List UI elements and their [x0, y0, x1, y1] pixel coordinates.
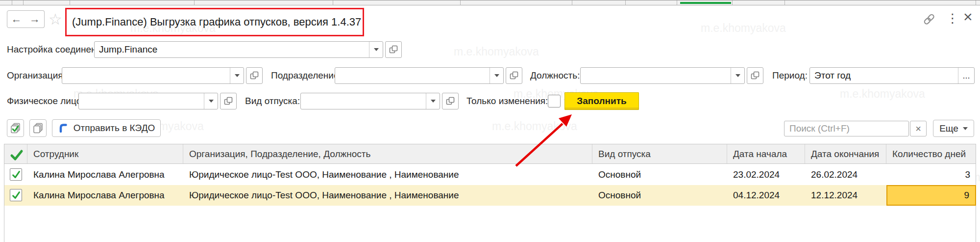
- back-button[interactable]: ←: [7, 10, 26, 28]
- top-tab-cell[interactable]: [195, 0, 333, 5]
- top-tab-cell[interactable]: [333, 0, 461, 5]
- top-tab-cell[interactable]: [24, 0, 70, 5]
- column-days[interactable]: Количество дней: [886, 144, 976, 163]
- connection-field: [94, 41, 383, 58]
- vacations-table: Сотрудник Организация, Подразделение, До…: [4, 144, 976, 242]
- vacation-type-dropdown-button[interactable]: [426, 93, 440, 109]
- organization-dropdown-button[interactable]: [230, 68, 244, 83]
- app-window: m.e.khomyakova m.e.khomyakova m.e.khomya…: [0, 0, 980, 242]
- cell-org[interactable]: Юридическое лицо-Test ООО, Наименование …: [183, 185, 592, 206]
- person-field: [78, 93, 218, 109]
- column-date-end[interactable]: Дата окончания: [805, 144, 886, 163]
- period-input[interactable]: [810, 68, 958, 83]
- person-label: Физическое лицо:: [7, 93, 84, 109]
- row-checkbox[interactable]: [10, 189, 22, 201]
- send-kedo-button[interactable]: Отправить в КЭДО: [52, 119, 161, 137]
- organization-choose-button[interactable]: [246, 67, 263, 84]
- cell-date-start[interactable]: 23.02.2024: [727, 164, 805, 185]
- more-button[interactable]: Еще: [933, 120, 974, 137]
- cell-date-end[interactable]: 12.12.2024: [805, 185, 886, 206]
- more-button-label: Еще: [939, 123, 958, 134]
- person-choose-button[interactable]: [220, 93, 237, 109]
- send-kedo-label: Отправить в КЭДО: [74, 123, 155, 134]
- row-check-cell: [4, 185, 27, 206]
- check-icon: [11, 170, 21, 180]
- position-label: Должность:: [530, 67, 580, 84]
- top-tab-cell[interactable]: [12, 0, 24, 5]
- cell-days[interactable]: 3: [886, 164, 976, 185]
- period-more-button[interactable]: ...: [958, 68, 974, 83]
- connection-dropdown-button[interactable]: [369, 42, 383, 57]
- cell-type[interactable]: Основной: [592, 164, 727, 185]
- connection-input[interactable]: [95, 42, 369, 57]
- row-checkbox[interactable]: [10, 168, 22, 181]
- chevron-down-icon: [235, 74, 240, 77]
- table-row[interactable]: Калина Мирослава Алегровна Юридическое л…: [4, 164, 976, 185]
- top-tab-cell[interactable]: [785, 0, 976, 5]
- column-employee[interactable]: Сотрудник: [27, 144, 183, 163]
- cell-type[interactable]: Основной: [592, 185, 727, 206]
- link-icon[interactable]: [922, 12, 936, 28]
- check-all-button[interactable]: [7, 119, 24, 137]
- cell-date-start[interactable]: 04.12.2024: [727, 185, 805, 206]
- choose-list-icon: [510, 71, 518, 80]
- more-menu-icon[interactable]: ⋮: [946, 11, 959, 26]
- department-label: Подразделение:: [271, 67, 342, 84]
- department-input[interactable]: [335, 68, 490, 83]
- cell-days-active[interactable]: 9: [886, 185, 976, 206]
- back-arrow-icon: ←: [11, 13, 22, 26]
- search-input[interactable]: [784, 121, 909, 136]
- top-tab-cell[interactable]: [626, 0, 677, 5]
- fill-button[interactable]: Заполнить: [564, 92, 639, 110]
- column-date-start[interactable]: Дата начала: [727, 144, 805, 163]
- department-choose-button[interactable]: [506, 67, 522, 84]
- pages-icon: [32, 122, 44, 134]
- connection-choose-button[interactable]: [385, 41, 402, 58]
- cell-org[interactable]: Юридическое лицо-Test ООО, Наименование …: [183, 164, 592, 185]
- forward-arrow-icon: →: [29, 13, 40, 26]
- top-tab-cell[interactable]: [461, 0, 572, 5]
- chevron-down-icon: [963, 127, 968, 130]
- watermark: m.e.khomyakova: [840, 87, 925, 101]
- department-dropdown-button[interactable]: [490, 68, 503, 83]
- search-clear-button[interactable]: ×: [910, 121, 927, 136]
- only-changes-checkbox[interactable]: [548, 95, 561, 108]
- favorite-star-icon[interactable]: ☆: [49, 10, 62, 28]
- row-check-cell: [4, 164, 27, 185]
- position-field: [580, 67, 745, 84]
- vacation-type-input[interactable]: [301, 93, 426, 109]
- choose-list-icon: [224, 97, 233, 106]
- chevron-down-icon: [431, 100, 436, 103]
- pages-check-icon: [10, 122, 22, 134]
- position-dropdown-button[interactable]: [731, 68, 744, 83]
- department-field: [335, 67, 504, 84]
- column-check[interactable]: [4, 144, 27, 163]
- person-input[interactable]: [79, 93, 204, 109]
- table-row-selected[interactable]: Калина Мирослава Алегровна Юридическое л…: [4, 185, 976, 206]
- vacation-type-field: [300, 93, 440, 109]
- uncheck-all-button[interactable]: [29, 119, 47, 137]
- check-icon: [11, 190, 21, 200]
- cell-date-end[interactable]: 26.02.2024: [805, 164, 886, 185]
- cell-employee[interactable]: Калина Мирослава Алегровна: [27, 164, 183, 185]
- cell-employee[interactable]: Калина Мирослава Алегровна: [27, 185, 183, 206]
- vacation-type-choose-button[interactable]: [442, 93, 459, 109]
- top-tab-cell[interactable]: [733, 0, 785, 5]
- top-tab-cell[interactable]: [70, 0, 195, 5]
- top-tab-cell[interactable]: [572, 0, 626, 5]
- close-icon[interactable]: ×: [963, 9, 973, 25]
- organization-input[interactable]: [62, 68, 230, 83]
- column-type[interactable]: Вид отпуска: [592, 144, 727, 163]
- position-choose-button[interactable]: [747, 67, 763, 84]
- period-label: Период:: [772, 67, 808, 84]
- person-dropdown-button[interactable]: [204, 93, 218, 109]
- table-header: Сотрудник Организация, Подразделение, До…: [4, 144, 976, 164]
- position-input[interactable]: [581, 68, 731, 83]
- column-org[interactable]: Организация, Подразделение, Должность: [183, 144, 592, 163]
- choose-list-icon: [250, 71, 259, 80]
- choose-list-icon: [446, 97, 455, 106]
- watermark: m.e.khomyakova: [492, 120, 577, 133]
- kedo-icon: [58, 123, 69, 134]
- top-tab-cell[interactable]: [0, 0, 12, 5]
- forward-button[interactable]: →: [25, 10, 45, 28]
